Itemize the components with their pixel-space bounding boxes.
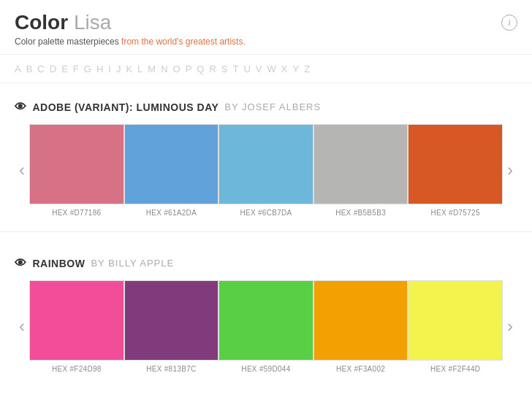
swatch-label-2: HEX #59D044 — [241, 365, 290, 373]
palette-title-rainbow: 👁 RAINBOW BY BILLY APPLE — [15, 257, 517, 270]
swatch-item-3: HEX #B5B5B3 — [314, 124, 408, 217]
eye-icon: 👁 — [15, 101, 27, 114]
alpha-link-p[interactable]: P — [186, 64, 193, 74]
alpha-link-m[interactable]: M — [148, 64, 156, 74]
divider — [0, 231, 532, 232]
palette-name: ADOBE (VARIANT): LUMINOUS DAY — [33, 101, 219, 113]
next-btn-rainbow[interactable]: › — [503, 318, 517, 335]
alpha-link-q[interactable]: Q — [197, 64, 205, 74]
swatch-label-2: HEX #6CB7DA — [240, 209, 292, 217]
alpha-link-u[interactable]: U — [243, 64, 251, 74]
swatch-label-4: HEX #F2F44D — [430, 365, 480, 373]
subtitle-plain: Color palette masterpieces — [15, 36, 121, 47]
alpha-link-l[interactable]: L — [137, 64, 143, 74]
next-btn-adobe-luminous-day[interactable]: › — [503, 161, 517, 179]
subtitle-highlight: from the world's greatest artists. — [121, 36, 246, 47]
prev-btn-adobe-luminous-day[interactable]: ‹ — [15, 161, 29, 179]
carousel-adobe-luminous-day: ‹HEX #D77186HEX #61A2DAHEX #6CB7DAHEX #B… — [15, 124, 517, 217]
info-icon[interactable]: i — [501, 15, 517, 31]
swatch-box-1[interactable] — [124, 124, 219, 204]
swatch-label-0: HEX #D77186 — [52, 209, 101, 217]
alpha-link-g[interactable]: G — [84, 64, 92, 74]
alpha-link-k[interactable]: K — [126, 64, 133, 74]
palette-section-1: 👁 ADOBE (VARIANT): LUMINOUS DAY BY JOSEF… — [0, 83, 532, 224]
swatch-box-0[interactable] — [29, 280, 124, 361]
swatch-box-2[interactable] — [218, 124, 314, 204]
alpha-link-r[interactable]: R — [209, 64, 216, 74]
swatch-item-4: HEX #F2F44D — [408, 280, 503, 373]
swatch-item-2: HEX #59D044 — [218, 280, 314, 373]
swatch-box-3[interactable] — [314, 280, 408, 361]
alpha-link-i[interactable]: I — [108, 64, 112, 74]
alpha-link-a[interactable]: A — [15, 64, 22, 74]
swatch-box-1[interactable] — [124, 280, 219, 361]
alpha-link-e[interactable]: E — [61, 64, 69, 74]
subtitle: Color palette masterpieces from the worl… — [15, 36, 246, 47]
alpha-link-t[interactable]: T — [233, 64, 240, 74]
site-title: Color Lisa — [15, 12, 246, 34]
alphabet-nav: ABCDEFGHIJKLMNOPQRSTUVWXYZ — [0, 55, 532, 83]
artist-name: BY BILLY APPLE — [91, 258, 174, 269]
alpha-link-z[interactable]: Z — [304, 64, 311, 74]
alpha-link-c[interactable]: C — [37, 64, 45, 74]
palette-section-2: 👁 RAINBOW BY BILLY APPLE ‹HEX #F24D98HEX… — [0, 239, 532, 380]
swatch-label-4: HEX #D75725 — [431, 209, 480, 217]
swatches-rainbow: HEX #F24D98HEX #813B7CHEX #59D044HEX #F3… — [29, 280, 503, 373]
swatch-item-1: HEX #61A2DA — [124, 124, 219, 217]
swatch-item-3: HEX #F3A002 — [314, 280, 408, 373]
swatch-item-4: HEX #D75725 — [408, 124, 503, 217]
alpha-link-j[interactable]: J — [116, 64, 122, 74]
swatch-item-0: HEX #F24D98 — [29, 280, 124, 373]
eye-icon: 👁 — [15, 257, 27, 270]
swatch-label-1: HEX #61A2DA — [146, 209, 197, 217]
palette-title-adobe-luminous-day: 👁 ADOBE (VARIANT): LUMINOUS DAY BY JOSEF… — [15, 101, 517, 114]
alpha-link-x[interactable]: X — [281, 64, 289, 74]
site-title-light: Lisa — [68, 11, 111, 34]
alpha-link-y[interactable]: Y — [292, 64, 300, 74]
alpha-link-v[interactable]: V — [256, 64, 263, 74]
alpha-link-n[interactable]: N — [161, 64, 168, 74]
artist-name: BY JOSEF ALBERS — [224, 101, 321, 112]
alpha-link-f[interactable]: F — [73, 64, 80, 74]
alpha-link-w[interactable]: W — [267, 64, 277, 74]
alpha-link-o[interactable]: O — [173, 64, 181, 74]
swatch-box-4[interactable] — [408, 124, 503, 204]
swatch-box-4[interactable] — [408, 280, 503, 361]
header-left: Color Lisa Color palette masterpieces fr… — [15, 12, 246, 47]
alpha-link-d[interactable]: D — [50, 64, 57, 74]
alpha-link-s[interactable]: S — [221, 64, 229, 74]
alpha-link-h[interactable]: H — [96, 64, 104, 74]
prev-btn-rainbow[interactable]: ‹ — [15, 318, 29, 335]
swatch-label-1: HEX #813B7C — [146, 365, 196, 373]
carousel-rainbow: ‹HEX #F24D98HEX #813B7CHEX #59D044HEX #F… — [15, 280, 517, 373]
swatch-label-3: HEX #B5B5B3 — [335, 209, 386, 217]
swatch-item-0: HEX #D77186 — [29, 124, 124, 217]
swatch-box-2[interactable] — [218, 280, 314, 361]
swatch-item-2: HEX #6CB7DA — [218, 124, 314, 217]
swatches-adobe-luminous-day: HEX #D77186HEX #61A2DAHEX #6CB7DAHEX #B5… — [29, 124, 503, 217]
palette-name: RAINBOW — [33, 258, 86, 269]
swatch-item-1: HEX #813B7C — [124, 280, 219, 373]
swatch-label-3: HEX #F3A002 — [336, 365, 385, 373]
header: Color Lisa Color palette masterpieces fr… — [0, 0, 532, 55]
site-title-bold: Color — [15, 11, 68, 34]
swatch-box-3[interactable] — [314, 124, 408, 204]
alpha-link-b[interactable]: B — [26, 64, 34, 74]
swatch-box-0[interactable] — [29, 124, 124, 204]
swatch-label-0: HEX #F24D98 — [52, 365, 102, 373]
